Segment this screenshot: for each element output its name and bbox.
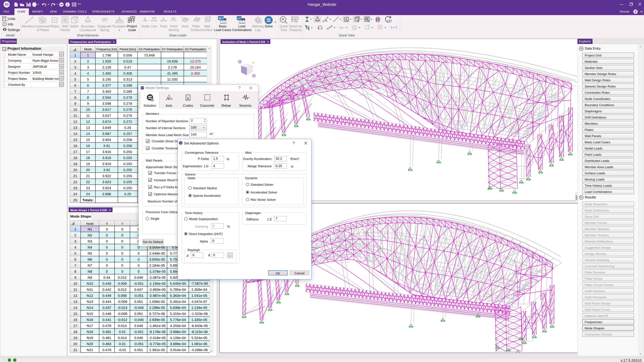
svg-text:1: 1 xyxy=(131,17,132,18)
svg-text:BLC: BLC xyxy=(219,17,224,19)
svg-text:LC: LC xyxy=(238,17,241,19)
svg-text:2: 2 xyxy=(133,17,134,18)
svg-text:B: B xyxy=(129,21,130,22)
svg-text:mm: mm xyxy=(6,20,8,21)
svg-text:x: x xyxy=(393,26,394,29)
svg-text:in: in xyxy=(6,16,7,18)
svg-text:A: A xyxy=(129,18,130,20)
svg-text:i: i xyxy=(4,23,5,26)
